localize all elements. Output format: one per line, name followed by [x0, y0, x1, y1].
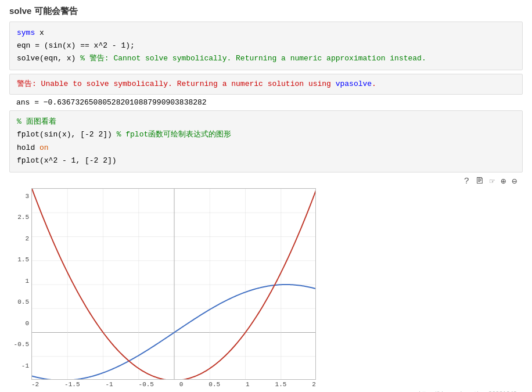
chart-row: 3 2.5 2 1.5 1 0.5 0 -0.5 -1: [9, 188, 316, 380]
code-line-fplot1: fplot(sin(x), [-2 2]) % fplot函数可绘制表达式的图形: [17, 128, 515, 141]
code-block-2: % 面图看着 fplot(sin(x), [-2 2]) % fplot函数可绘…: [9, 110, 523, 172]
plot-toolbar: ? 🖹 ☞ ⊕ ⊖: [9, 176, 523, 187]
chart-svg-container: // Redraw curves properly (function() { …: [31, 188, 316, 380]
help-icon[interactable]: ?: [464, 177, 469, 186]
warning-block-1: 警告: Unable to solve symbolically. Return…: [9, 74, 523, 95]
plot-area: ? 🖹 ☞ ⊕ ⊖ 3 2.5 2 1.5 1 0.5 0 -0.5 -1: [9, 176, 523, 388]
code-line-syms: syms x: [17, 27, 515, 39]
zoom-in-icon[interactable]: ⊕: [501, 176, 506, 187]
pan-icon[interactable]: ☞: [490, 176, 495, 187]
chart-wrapper: 3 2.5 2 1.5 1 0.5 0 -0.5 -1: [9, 188, 316, 388]
code-line-eqn: eqn = (sin(x) == x^2 - 1);: [17, 39, 515, 52]
code-line-solve: solve(eqn, x) % 警告: Cannot solve symboli…: [17, 52, 515, 65]
x-axis-labels: -2 -1.5 -1 -0.5 0 0.5 1 1.5 2: [9, 381, 316, 388]
code-line-hold: hold on: [17, 142, 515, 154]
page-title: solve 可能会警告: [9, 6, 523, 17]
export-icon[interactable]: 🖹: [475, 176, 484, 186]
code-line-comment: % 面图看着: [17, 116, 515, 128]
code-block-1: syms x eqn = (sin(x) == x^2 - 1); solve(…: [9, 21, 523, 70]
zoom-out-icon[interactable]: ⊖: [512, 176, 517, 187]
y-axis-labels: 3 2.5 2 1.5 1 0.5 0 -0.5 -1: [9, 188, 31, 380]
code-line-fplot2: fplot(x^2 - 1, [-2 2]): [17, 154, 515, 167]
ans-line: ans = −0.6367326508052820108879909038382…: [16, 98, 523, 107]
plot-svg: [32, 189, 316, 380]
